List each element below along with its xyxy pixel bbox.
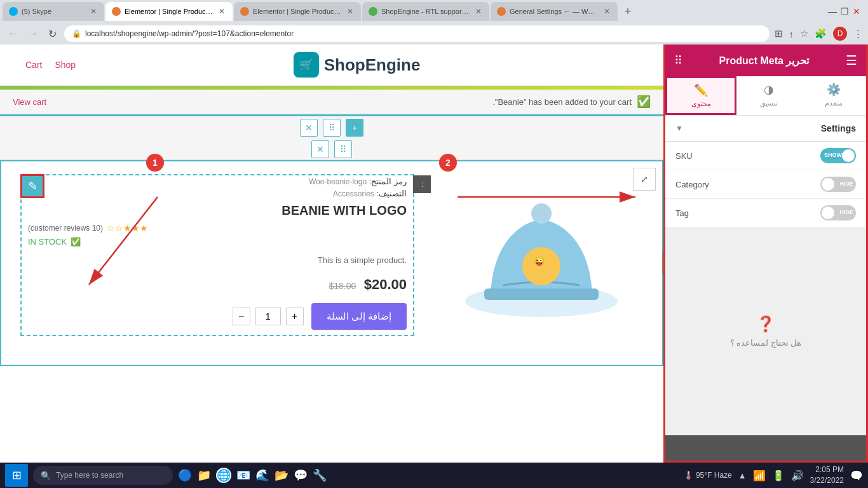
elementor-toolbar-row2: ✕ ⠿: [0, 139, 663, 160]
quantity-input[interactable]: [255, 308, 281, 325]
taskbar-weather[interactable]: 🌡️ 95°F Haze: [684, 471, 732, 480]
menu-icon[interactable]: ⋮: [853, 28, 863, 39]
qty-plus-button[interactable]: +: [286, 308, 304, 325]
page-content: Cart Shop 🛒 ShopEngine View cart ."Beani…: [0, 44, 663, 463]
tab-elementor1-close[interactable]: ✕: [217, 7, 226, 16]
bookmark-icon[interactable]: ☆: [800, 28, 808, 39]
extensions-icon[interactable]: ⊞: [775, 28, 783, 39]
edit-widget-button[interactable]: ✎: [20, 174, 44, 198]
taskbar-edge[interactable]: 🌊: [255, 468, 269, 482]
tab-elementor1[interactable]: Elementor | Single Product P... ✕: [105, 2, 233, 21]
tab-style[interactable]: ◑ تنسيق: [736, 76, 801, 115]
el-add-btn-1[interactable]: +: [346, 119, 363, 137]
taskbar-app-icons: 🔵 📁 🌐 📧 🌊 📂 💬 🔧: [178, 468, 327, 483]
taskbar-battery[interactable]: 🔋: [772, 470, 785, 482]
check-icon: ✅: [637, 95, 651, 109]
back-button[interactable]: ←: [5, 28, 20, 39]
content-tab-label: محتوى: [691, 100, 711, 108]
qty-minus-button[interactable]: −: [233, 308, 250, 325]
panel-grid-icon[interactable]: ⠿: [674, 53, 682, 67]
weather-icon: 🌡️: [684, 471, 693, 480]
tab-shopengine[interactable]: ShopEngine - RTL support - ... ✕: [362, 2, 489, 21]
taskbar-mail[interactable]: 📧: [236, 468, 250, 482]
taskbar-chrome[interactable]: 🌐: [216, 468, 231, 483]
add-to-cart-button[interactable]: إضافة إلى السلة: [311, 303, 407, 330]
tab-content[interactable]: ✏️ محتوى: [665, 76, 736, 115]
image-expand-button[interactable]: ⤢: [633, 168, 656, 191]
el-close-btn-2[interactable]: ✕: [311, 140, 329, 158]
tab-shopengine-close[interactable]: ✕: [474, 7, 483, 16]
pencil-icon: ✎: [28, 179, 37, 193]
category-toggle-slider[interactable]: HIDE: [820, 177, 856, 192]
old-price: $18.00: [329, 281, 356, 291]
sku-value: Woo-beanie-logo: [309, 177, 367, 186]
view-cart-link[interactable]: View cart: [13, 97, 46, 107]
nav-shop[interactable]: Shop: [55, 60, 76, 70]
style-tab-label: تنسيق: [760, 99, 778, 107]
el-move-btn-2[interactable]: ⠿: [334, 140, 352, 158]
tab-advanced[interactable]: ⚙️ متقدم: [801, 76, 866, 115]
taskbar-notification[interactable]: 🗨️: [850, 470, 863, 482]
main-layout: Cart Shop 🛒 ShopEngine View cart ."Beani…: [0, 44, 868, 463]
start-button[interactable]: ⊞: [5, 464, 28, 487]
sku-toggle-text: SHOW: [824, 152, 842, 158]
cart-message: ."Beanie" has been added to your cart: [492, 97, 632, 107]
el-move-btn-1[interactable]: ⠿: [323, 119, 341, 137]
nav-cart[interactable]: Cart: [25, 60, 42, 70]
taskbar-explorer[interactable]: 📁: [197, 468, 211, 482]
puzzle-icon[interactable]: 🧩: [815, 28, 827, 39]
category-toggle-text: HIDE: [839, 180, 853, 187]
product-section-wrapper: 1 2 ✎ ⋮ رمز المنتج: Woo-beanie-: [0, 160, 663, 366]
el-close-btn-1[interactable]: ✕: [300, 119, 318, 137]
settings-arrow-icon: ▼: [675, 124, 683, 133]
share-icon[interactable]: ↑: [789, 29, 794, 39]
browser-close[interactable]: ✕: [853, 6, 860, 17]
category-toggle-knob: [822, 178, 834, 191]
taskbar-search-area[interactable]: 🔍 Type here to search: [33, 466, 173, 485]
refresh-button[interactable]: ↻: [46, 28, 59, 40]
taskbar-clock[interactable]: 2:05 PM 3/22/2022: [810, 464, 844, 486]
category-label: Category: [675, 180, 709, 189]
taskbar-files[interactable]: 📂: [275, 468, 288, 482]
taskbar-cortana[interactable]: 🔵: [178, 468, 192, 482]
category-toggle[interactable]: HIDE: [820, 177, 856, 192]
sku-toggle-row: SKU SHOW: [665, 142, 866, 170]
url-bar[interactable]: 🔒 localhost/shopengine/wp-admin/?post=10…: [64, 25, 770, 42]
tab-elementor2[interactable]: Elementor | Single Product P... ✕: [234, 2, 361, 21]
add-tab-button[interactable]: +: [619, 3, 637, 20]
tab-elementor1-label: Elementor | Single Product P...: [125, 8, 214, 15]
taskbar-network[interactable]: 📶: [753, 470, 766, 482]
product-actions: إضافة إلى السلة − +: [22, 298, 413, 335]
logo-icon: 🛒: [294, 52, 319, 78]
sku-toggle[interactable]: SHOW: [820, 148, 856, 163]
taskbar-teams[interactable]: 💬: [294, 468, 308, 482]
product-category: التصنيف: Accessories: [22, 187, 413, 200]
windows-icon: ⊞: [12, 468, 22, 482]
product-image: 😜: [452, 174, 630, 352]
sku-toggle-knob: [842, 149, 855, 162]
tab-elementor2-close[interactable]: ✕: [346, 7, 355, 16]
tag-toggle[interactable]: HIDE: [820, 205, 856, 220]
browser-minimize[interactable]: —: [828, 6, 837, 17]
profile-icon[interactable]: D: [833, 27, 847, 41]
forward-button[interactable]: →: [25, 28, 41, 39]
browser-maximize[interactable]: ❐: [841, 6, 849, 17]
sku-toggle-slider[interactable]: SHOW: [820, 148, 856, 163]
taskbar-xampp[interactable]: 🔧: [313, 468, 327, 482]
expand-icon: ⤢: [641, 174, 648, 184]
widget-handle[interactable]: ⋮: [413, 175, 431, 193]
tab-general[interactable]: General Settings ← — WordP... ✕: [491, 2, 618, 21]
product-price: $18.00 $20.00: [22, 271, 413, 298]
panel-tabs: ✏️ محتوى ◑ تنسيق ⚙️ متقدم: [665, 76, 866, 116]
tag-toggle-slider[interactable]: HIDE: [820, 205, 856, 220]
tab-skype-close[interactable]: ✕: [89, 7, 98, 16]
taskbar-volume[interactable]: 🔊: [791, 470, 804, 482]
svg-point-2: [531, 203, 552, 224]
panel-menu-icon[interactable]: ☰: [846, 53, 857, 68]
tab-skype[interactable]: (5) Skype ✕: [3, 2, 104, 21]
tab-general-close[interactable]: ✕: [602, 7, 611, 16]
section-resize-handle[interactable]: ›: [662, 252, 663, 274]
panel-title: تحرير Product Meta: [719, 55, 810, 67]
cart-notice-right: ."Beanie" has been added to your cart ✅: [492, 95, 651, 109]
taskbar-up-arrow[interactable]: ▲: [738, 471, 747, 480]
